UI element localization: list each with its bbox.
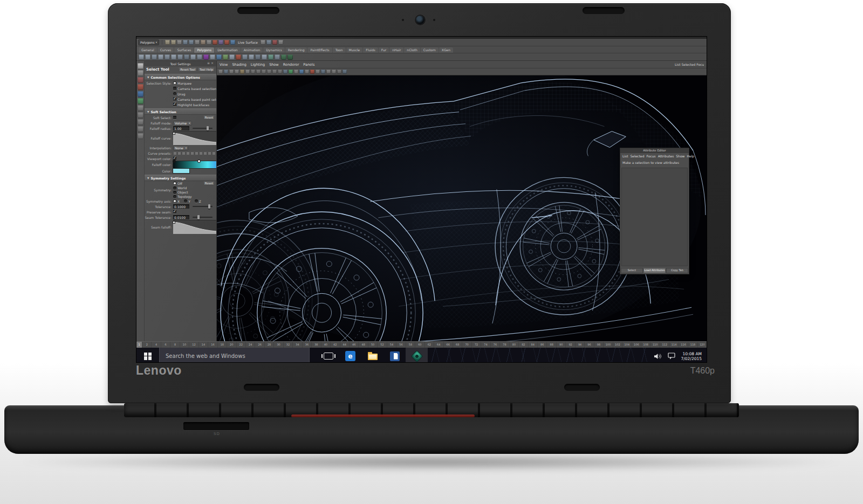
radio-button[interactable] bbox=[195, 199, 198, 203]
edge-button[interactable]: e bbox=[339, 348, 361, 362]
attribute-editor-titlebar[interactable]: Attribute Editor bbox=[620, 148, 689, 153]
bridge-icon[interactable] bbox=[229, 54, 235, 60]
curve-preset-button[interactable] bbox=[195, 151, 198, 155]
poly-torus-icon[interactable] bbox=[171, 54, 176, 60]
layout-four-pane-icon[interactable] bbox=[138, 119, 143, 125]
uv-editor-icon[interactable] bbox=[287, 54, 293, 60]
ae-dock-menubar[interactable]: List Selected Focu bbox=[675, 63, 704, 66]
tool-settings-titlebar[interactable]: Tool Settings ≡× bbox=[145, 61, 216, 66]
reset-button[interactable]: Reset bbox=[203, 115, 215, 120]
file-explorer-button[interactable] bbox=[361, 348, 383, 362]
slider[interactable] bbox=[193, 128, 213, 129]
vp-tool-icon[interactable] bbox=[256, 70, 261, 74]
poly-sphere-icon[interactable] bbox=[139, 54, 144, 60]
vp-menu-view[interactable]: View bbox=[220, 63, 228, 67]
slider-handle[interactable] bbox=[208, 204, 210, 209]
word-button[interactable] bbox=[383, 348, 406, 362]
crease-icon[interactable] bbox=[262, 54, 267, 60]
poly-cone-icon[interactable] bbox=[158, 54, 163, 60]
vp-tool-icon[interactable] bbox=[272, 70, 277, 74]
vp-tool-icon[interactable] bbox=[224, 70, 228, 74]
time-slider[interactable]: 1 24681012141618202224262830323436384042… bbox=[136, 341, 707, 348]
attribute-editor-window[interactable]: Attribute Editor ListSelectedFocusAttrib… bbox=[620, 148, 689, 274]
value-field[interactable]: 1.00 bbox=[173, 126, 189, 130]
radio-button[interactable] bbox=[173, 182, 176, 185]
shelf-tab-muscle[interactable]: Muscle bbox=[346, 47, 363, 53]
section-header-soft-selection[interactable]: ▼Soft Selection bbox=[145, 108, 216, 115]
shelf-tab-custom[interactable]: Custom bbox=[421, 47, 439, 53]
radio-button[interactable] bbox=[173, 195, 176, 198]
radio-button[interactable] bbox=[173, 81, 176, 85]
dropdown[interactable]: Volume▾ bbox=[173, 121, 192, 126]
undo-icon[interactable] bbox=[183, 40, 188, 45]
shelf-tab-fluids[interactable]: Fluids bbox=[363, 47, 378, 53]
reset-tool-button[interactable]: Reset Tool bbox=[179, 67, 197, 72]
layout-hypershade-icon[interactable] bbox=[138, 133, 143, 139]
load-attributes-button[interactable]: Load Attributes bbox=[643, 268, 666, 273]
slider-handle[interactable] bbox=[207, 126, 209, 130]
shelf-tab-ncloth[interactable]: nCloth bbox=[404, 47, 420, 53]
reset-button[interactable]: Reset bbox=[203, 181, 215, 185]
tool-help-button[interactable]: Tool Help bbox=[198, 67, 215, 72]
vp-tool-icon[interactable] bbox=[310, 70, 314, 74]
panel-menu-icon[interactable]: ≡ bbox=[207, 61, 211, 65]
render-settings-icon[interactable] bbox=[278, 40, 283, 45]
ipr-render-icon[interactable] bbox=[272, 40, 277, 45]
copy-tab-button[interactable]: Copy Tab bbox=[666, 268, 688, 273]
layout-single-pane-icon[interactable] bbox=[138, 112, 143, 118]
curve-preset-button[interactable] bbox=[177, 151, 181, 155]
select-component-icon[interactable] bbox=[207, 40, 211, 45]
select-object-icon[interactable] bbox=[201, 40, 206, 45]
slider-handle[interactable] bbox=[197, 215, 200, 219]
panel-window-buttons[interactable]: ≡× bbox=[207, 61, 215, 65]
select-tool-icon[interactable] bbox=[138, 63, 143, 69]
curve-handle[interactable] bbox=[173, 133, 175, 134]
vp-menu-panels[interactable]: Panels bbox=[303, 63, 314, 67]
curve-preset-button[interactable] bbox=[208, 151, 211, 155]
curve-preset-button[interactable] bbox=[212, 151, 216, 155]
last-tool-icon[interactable] bbox=[138, 105, 143, 111]
maya-app-button[interactable] bbox=[406, 348, 428, 362]
shelf-tab-general[interactable]: General bbox=[139, 47, 157, 53]
curve-preset-button[interactable] bbox=[182, 151, 186, 155]
vp-tool-icon[interactable] bbox=[289, 70, 293, 74]
vp-tool-icon[interactable] bbox=[218, 70, 223, 74]
paint-selection-tool-icon[interactable] bbox=[138, 77, 143, 83]
ae-menu-show[interactable]: Show bbox=[676, 154, 684, 158]
falloff-color-ramp[interactable] bbox=[173, 161, 216, 168]
vp-tool-icon[interactable] bbox=[262, 70, 266, 74]
vp-tool-icon[interactable] bbox=[343, 70, 347, 74]
shelf-tab-toon[interactable]: Toon bbox=[333, 47, 346, 53]
shelf-tab-animation[interactable]: Animation bbox=[241, 47, 263, 53]
vp-tool-icon[interactable] bbox=[337, 70, 341, 74]
slider[interactable] bbox=[193, 206, 213, 207]
multi-cut-icon[interactable] bbox=[236, 54, 241, 60]
radio-button[interactable] bbox=[173, 92, 176, 95]
snap-grid-icon[interactable] bbox=[213, 40, 217, 45]
open-scene-icon[interactable] bbox=[171, 40, 176, 45]
vp-tool-icon[interactable] bbox=[305, 70, 309, 74]
shelf-tab-deformation[interactable]: Deformation bbox=[215, 47, 240, 53]
close-icon[interactable]: × bbox=[211, 61, 215, 65]
shelf-tab-painteffects[interactable]: PaintEffects bbox=[307, 47, 332, 53]
shelf-tab-polygons[interactable]: Polygons bbox=[194, 47, 214, 53]
vp-tool-icon[interactable] bbox=[240, 70, 244, 74]
bevel-icon[interactable] bbox=[223, 54, 228, 60]
curve-preset-button[interactable] bbox=[173, 151, 177, 155]
vp-tool-icon[interactable] bbox=[294, 70, 298, 74]
poly-cylinder-icon[interactable] bbox=[152, 54, 157, 60]
shelf-tab-surfaces[interactable]: Surfaces bbox=[174, 47, 194, 53]
vp-tool-icon[interactable] bbox=[251, 70, 255, 74]
mirror-icon[interactable] bbox=[249, 54, 254, 60]
curve-preset-button[interactable] bbox=[199, 151, 203, 155]
poly-helix-icon[interactable] bbox=[197, 54, 202, 60]
snap-point-icon[interactable] bbox=[224, 40, 229, 45]
shelf-tab-nhair[interactable]: nHair bbox=[389, 47, 403, 53]
slider[interactable] bbox=[193, 217, 213, 218]
move-tool-icon[interactable] bbox=[138, 84, 143, 90]
section-header-common-selection-options[interactable]: ▼Common Selection Options bbox=[145, 74, 216, 80]
radio-button[interactable] bbox=[173, 199, 176, 203]
poly-cube-icon[interactable] bbox=[145, 54, 150, 60]
curve-preset-button[interactable] bbox=[186, 151, 190, 155]
layout-persp-outliner-icon[interactable] bbox=[138, 126, 143, 132]
